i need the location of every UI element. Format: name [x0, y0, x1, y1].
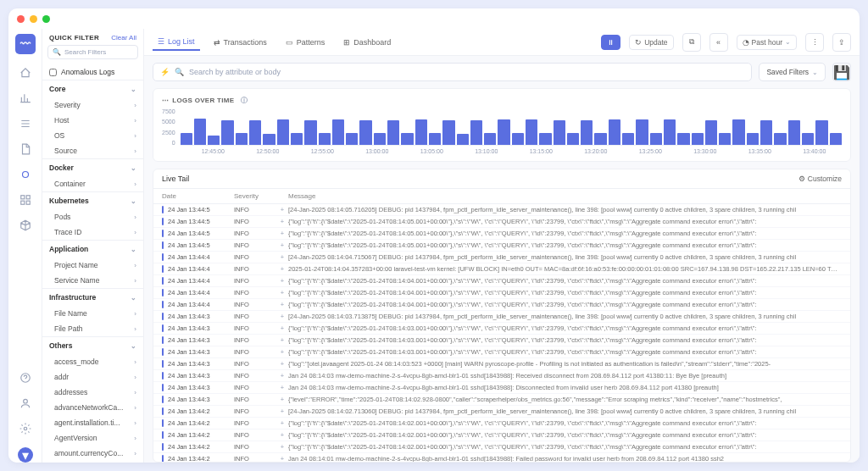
chart-bar[interactable] — [581, 120, 593, 145]
filter-item[interactable]: File Path› — [42, 321, 143, 336]
filter-item[interactable]: Container› — [42, 176, 143, 191]
chart-bar[interactable] — [512, 133, 524, 145]
customize-columns-button[interactable]: ⚙Customize — [798, 175, 842, 183]
log-row[interactable]: 24 Jan 13:44:2INFO+[24-Jan-2025 08:14:02… — [153, 406, 850, 418]
log-row[interactable]: 24 Jan 13:44:3INFO+{"log":"{\"t\":{\"$da… — [153, 323, 850, 335]
log-row[interactable]: 24 Jan 13:44:2INFO+{"log":"{\"t\":{\"$da… — [153, 418, 850, 429]
filter-item[interactable]: File Name› — [42, 306, 143, 321]
filter-group-infrastructure[interactable]: Infrastructure⌄ — [42, 289, 143, 306]
chart-bar[interactable] — [387, 120, 399, 145]
update-button[interactable]: ↻Update — [629, 35, 673, 50]
window-maximize-icon[interactable] — [42, 15, 50, 23]
chart-bar[interactable] — [484, 133, 496, 145]
logs-icon-active[interactable] — [19, 168, 32, 181]
chart-bar[interactable] — [692, 133, 704, 145]
chart-bar[interactable] — [732, 119, 744, 145]
expand-icon[interactable]: + — [276, 313, 288, 320]
chart-bar[interactable] — [622, 133, 634, 145]
filter-item[interactable]: amount.currencyCo...› — [42, 446, 143, 461]
log-search-input[interactable]: ⚡ 🔍 Search by attribute or body — [153, 63, 752, 81]
chart-bar[interactable] — [705, 120, 717, 145]
expand-icon[interactable]: + — [276, 301, 288, 308]
filter-item[interactable]: AgentVersion› — [42, 430, 143, 446]
log-row[interactable]: 24 Jan 13:44:3INFO+Jan 24 08:14:03 mw-de… — [153, 370, 850, 382]
chart-bar[interactable] — [442, 120, 454, 145]
col-severity[interactable]: Severity — [234, 192, 276, 200]
expand-icon[interactable]: + — [276, 384, 288, 391]
tab-dashboard[interactable]: ⊞Dashboard — [338, 35, 396, 50]
tab-transactions[interactable]: ⇄Transactions — [209, 35, 272, 50]
window-minimize-icon[interactable] — [30, 15, 37, 23]
chart-bar[interactable] — [194, 119, 206, 145]
log-row[interactable]: 24 Jan 13:44:3INFO+{"log":"[otel.javaage… — [153, 358, 850, 370]
filter-item[interactable]: Project Name› — [42, 258, 143, 273]
chart-bar[interactable] — [567, 133, 579, 145]
chart-bar[interactable] — [664, 119, 676, 145]
chart-bar[interactable] — [319, 133, 331, 145]
save-filter-button[interactable]: 💾 — [832, 63, 851, 81]
log-row[interactable]: 24 Jan 13:44:4INFO+{"log":"{\"t\":{\"$da… — [153, 287, 850, 299]
saved-filters-dropdown[interactable]: Saved Filters⌄ — [759, 63, 826, 81]
chart-bar[interactable] — [719, 133, 731, 145]
log-row[interactable]: 24 Jan 13:44:3INFO+{"log":"{\"t\":{\"$da… — [153, 335, 850, 346]
log-row[interactable]: 24 Jan 13:44:4INFO+[24-Jan-2025 08:14:04… — [153, 252, 850, 263]
filter-item[interactable]: Pods› — [42, 209, 143, 224]
chart-bar[interactable] — [429, 133, 441, 145]
chart-bar[interactable] — [263, 134, 275, 145]
log-row[interactable]: 24 Jan 13:44:5INFO+[24-Jan-2025 08:14:05… — [153, 204, 850, 216]
filter-group-kubernetes[interactable]: Kubernetes⌄ — [42, 192, 143, 209]
filter-item[interactable]: Severity› — [42, 97, 143, 113]
chart-bar[interactable] — [291, 133, 303, 145]
anomalous-logs-checkbox[interactable]: Anomalous Logs — [42, 64, 143, 80]
filter-group-others[interactable]: Others⌄ — [42, 337, 143, 354]
chart-bar[interactable] — [181, 133, 192, 145]
chart-bar[interactable] — [554, 120, 565, 145]
user-icon[interactable] — [19, 396, 32, 410]
list-icon[interactable] — [19, 117, 32, 130]
avatar-icon[interactable]: ▾ — [18, 447, 33, 463]
chart-bar[interactable] — [401, 133, 413, 145]
window-close-icon[interactable] — [17, 15, 25, 23]
chart-bar[interactable] — [249, 120, 261, 145]
chart-bars[interactable] — [181, 108, 842, 146]
chart-bar[interactable] — [677, 133, 689, 145]
filter-item[interactable]: agent.installation.ti...› — [42, 415, 143, 430]
chart-icon[interactable] — [19, 91, 32, 105]
export-button[interactable]: ⇪ — [832, 33, 851, 52]
expand-icon[interactable]: + — [276, 372, 288, 380]
expand-icon[interactable]: + — [276, 348, 288, 356]
chart-bar[interactable] — [221, 120, 233, 145]
log-row[interactable]: 24 Jan 13:44:5INFO+{"log":"{\"t\":{\"$da… — [153, 240, 850, 252]
cube-icon[interactable] — [19, 219, 32, 232]
expand-icon[interactable]: + — [276, 206, 288, 213]
expand-icon[interactable]: + — [276, 396, 288, 403]
chart-bar[interactable] — [208, 136, 220, 145]
expand-icon[interactable]: + — [276, 455, 288, 462]
filter-item[interactable]: OS› — [42, 128, 143, 143]
tab-log-list[interactable]: ☰Log List — [153, 34, 200, 51]
chart-bar[interactable] — [277, 119, 289, 145]
help-icon[interactable] — [19, 371, 32, 385]
tab-patterns[interactable]: ▭Patterns — [281, 35, 331, 50]
filter-item[interactable]: Trace ID› — [42, 224, 143, 240]
chart-bar[interactable] — [747, 133, 759, 145]
chart-bar[interactable] — [346, 133, 358, 145]
chart-bar[interactable] — [788, 120, 800, 145]
pause-button[interactable]: ⏸ — [601, 35, 620, 50]
expand-icon[interactable]: + — [276, 230, 288, 237]
chart-bar[interactable] — [498, 119, 509, 145]
chart-bar[interactable] — [760, 120, 772, 145]
filter-item[interactable]: Host› — [42, 113, 143, 128]
chart-bar[interactable] — [304, 120, 316, 145]
chart-bar[interactable] — [830, 133, 842, 145]
expand-icon[interactable]: + — [276, 419, 288, 427]
filter-group-core[interactable]: Core⌄ — [42, 80, 143, 97]
settings-icon[interactable] — [19, 422, 32, 435]
filter-item[interactable]: addresses› — [42, 385, 143, 400]
expand-icon[interactable]: + — [276, 277, 288, 285]
filter-item[interactable]: Source› — [42, 143, 143, 158]
log-row[interactable]: 24 Jan 13:44:4INFO+{"log":"{\"t\":{\"$da… — [153, 299, 850, 311]
log-row[interactable]: 24 Jan 13:44:3INFO+[24-Jan-2025 08:14:03… — [153, 311, 850, 323]
log-row[interactable]: 24 Jan 13:44:3INFO+{"log":"{\"t\":{\"$da… — [153, 346, 850, 358]
expand-icon[interactable]: + — [276, 336, 288, 344]
